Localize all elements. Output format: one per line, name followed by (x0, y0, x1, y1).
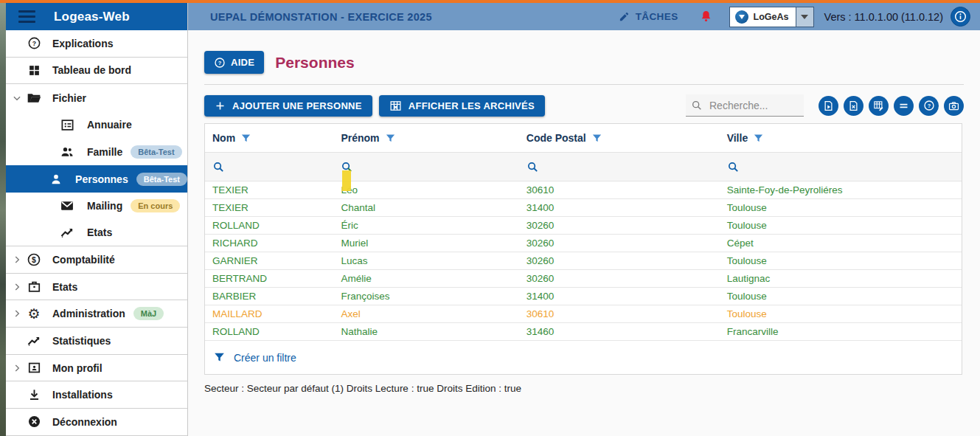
cell-nom: BARBIER (205, 288, 333, 305)
table-row[interactable]: GARNIERLucas30260Toulouse (205, 252, 962, 270)
logeas-logo-icon (735, 10, 748, 24)
sidebar-item-famille[interactable]: Famille Bêta-Test (6, 139, 187, 166)
sidebar-item-mailing[interactable]: Mailing En cours (6, 193, 187, 220)
column-header-code-postal[interactable]: Code Postal (519, 124, 720, 153)
aide-button[interactable]: ? AIDE (204, 51, 264, 74)
sidebar-item-mon-profil[interactable]: Mon profil (6, 355, 187, 382)
camera-button[interactable] (944, 96, 964, 116)
chevron-right-icon (12, 255, 23, 265)
cell-prenom: Léo (333, 181, 518, 199)
table-body: TEXIERLéo30610Sainte-Foy-de-PeyroliéresT… (205, 181, 962, 341)
pencil-icon (619, 11, 630, 22)
cell-nom: TEXIER (205, 181, 333, 199)
search-cell-code-postal[interactable] (519, 153, 720, 181)
table-row[interactable]: ROLLANDÉric30260Toulouse (205, 217, 962, 235)
contact-card-icon (59, 118, 75, 132)
close-circle-icon (26, 415, 42, 429)
cell-code-postal: 30610 (519, 305, 720, 323)
chevron-right-icon (12, 308, 23, 319)
funnel-icon[interactable] (240, 133, 251, 144)
briefcase-icon (26, 280, 42, 294)
search-cell-ville[interactable] (720, 153, 962, 181)
info-button[interactable] (951, 7, 970, 27)
maj-badge: MàJ (133, 307, 164, 320)
sidebar-header: Logeas-Web (6, 3, 187, 30)
cell-nom: ROLLAND (205, 323, 333, 341)
cell-ville: Cépet (720, 235, 962, 252)
cell-code-postal: 31400 (519, 288, 720, 305)
table-row[interactable]: TEXIERChantal31400Toulouse (205, 199, 962, 217)
cell-prenom: Amélie (333, 270, 518, 288)
people-icon (59, 145, 75, 159)
sidebar-item-explications[interactable]: ? Explications (6, 30, 187, 58)
top-bar-right: TÂCHES LoGeAs Vers : 11.0.1.00 (11.0.12) (619, 7, 970, 27)
sidebar-item-personnes[interactable]: Personnes Bêta-Test (6, 165, 187, 193)
sidebar-item-administration[interactable]: ⚙ Administration MàJ (6, 300, 187, 328)
cell-nom: ROLLAND (205, 217, 333, 235)
cell-prenom: Chantal (333, 199, 518, 217)
sidebar-item-fichier[interactable]: Fichier (6, 84, 187, 111)
persons-table-card: Nom Prénom Code Postal Ville TEXIERLéo30… (204, 123, 962, 375)
global-search[interactable] (686, 94, 804, 117)
profile-card-icon (26, 361, 42, 375)
cell-ville: Toulouse (720, 217, 962, 235)
show-archives-button[interactable]: AFFICHER LES ARCHIVÉS (379, 95, 545, 117)
help-circle-icon: ? (26, 36, 42, 50)
cell-code-postal: 31400 (519, 199, 720, 217)
table-row[interactable]: ROLLANDNathalie31460Francarville (205, 323, 962, 341)
funnel-icon[interactable] (591, 133, 602, 144)
funnel-icon[interactable] (385, 133, 396, 144)
person-icon (49, 172, 63, 187)
folder-icon (26, 91, 42, 105)
divider (204, 84, 964, 85)
sidebar-item-etats[interactable]: Etats (6, 274, 187, 301)
table-row[interactable]: BARBIERFrançoises31400Toulouse (205, 288, 962, 305)
column-header-prenom[interactable]: Prénom (333, 124, 518, 153)
cell-ville: Sainte-Foy-de-Peyroliéres (720, 181, 962, 199)
create-filter-link[interactable]: Créer un filtre (205, 341, 962, 374)
funnel-icon[interactable] (753, 133, 764, 144)
table-row[interactable]: TEXIERLéo30610Sainte-Foy-de-Peyroliéres (205, 181, 962, 199)
account-selector[interactable]: LoGeAs (729, 7, 814, 27)
sidebar-item-etats-fichier[interactable]: Etats (6, 219, 187, 246)
beta-badge: Bêta-Test (131, 145, 181, 159)
cell-ville: Toulouse (720, 288, 962, 305)
export-report-button[interactable] (819, 96, 838, 116)
search-cell-prenom[interactable] (333, 153, 518, 181)
dashboard-icon (26, 64, 42, 77)
cell-prenom: Muriel (333, 235, 518, 252)
sidebar-item-comptabilite[interactable]: $ Comptabilité (6, 246, 187, 274)
sidebar-item-statistiques[interactable]: Statistiques (6, 328, 187, 355)
svg-text:$: $ (32, 256, 36, 264)
sidebar-item-annuaire[interactable]: Annuaire (6, 111, 187, 139)
notification-bell-icon[interactable] (699, 10, 713, 24)
search-input[interactable] (708, 99, 798, 112)
chevron-right-icon (12, 363, 23, 373)
trending-chart-icon (59, 225, 75, 240)
top-bar: UEPAL DÉMONSTATION - EXERCICE 2025 TÂCHE… (188, 3, 980, 30)
account-dropdown-caret[interactable] (796, 7, 813, 27)
table-row[interactable]: MAILLARDAxel30610Toulouse (205, 305, 962, 323)
edit-table-button[interactable] (869, 96, 889, 116)
persons-table: Nom Prénom Code Postal Ville TEXIERLéo30… (205, 124, 962, 341)
cell-prenom: Lucas (333, 252, 518, 270)
column-header-ville[interactable]: Ville (720, 124, 962, 153)
sidebar-item-tableau-de-bord[interactable]: Tableau de bord (6, 58, 187, 85)
tasks-button[interactable]: TÂCHES (619, 11, 678, 22)
cell-nom: BERTRAND (205, 270, 333, 288)
table-row[interactable]: RICHARDMuriel30260Cépet (205, 235, 962, 252)
cell-ville: Francarville (720, 323, 962, 341)
sidebar-item-deconnexion[interactable]: Déconnexion (6, 409, 187, 436)
column-header-nom[interactable]: Nom (205, 124, 333, 153)
export-file-x-button[interactable] (844, 96, 863, 116)
table-row[interactable]: BERTRANDAmélie30260Lautignac (205, 270, 962, 288)
search-cell-nom[interactable] (205, 153, 333, 181)
chevron-down-icon (12, 93, 23, 103)
page-title: Personnes (275, 54, 354, 72)
beta-badge: Bêta-Test (136, 173, 187, 186)
add-person-button[interactable]: AJOUTER UNE PERSONNE (204, 95, 372, 117)
equals-button[interactable] (894, 96, 914, 116)
help-button[interactable]: ? (919, 96, 939, 116)
menu-icon[interactable] (18, 10, 35, 23)
sidebar-item-installations[interactable]: Installations (6, 381, 187, 409)
